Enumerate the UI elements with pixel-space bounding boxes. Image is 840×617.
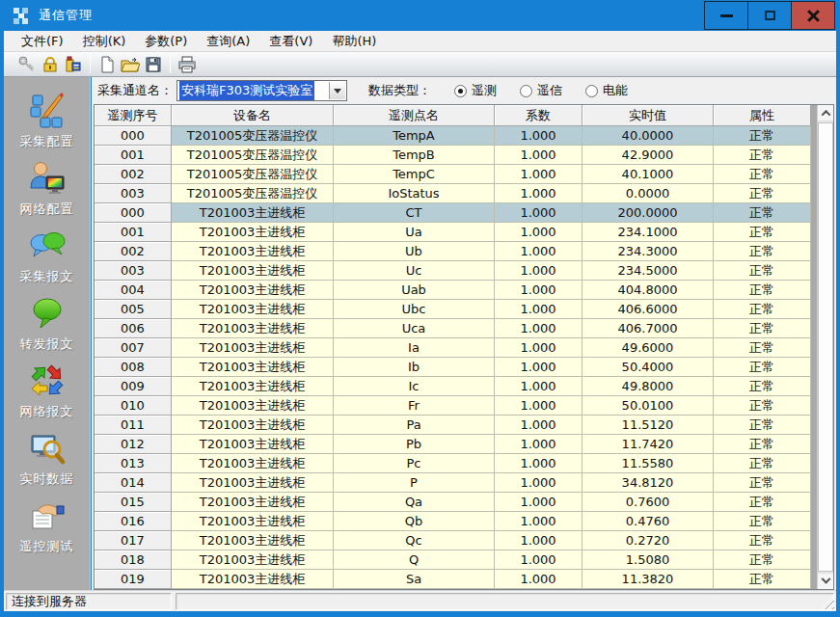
table-row[interactable]: 001T201005变压器温控仪TempB1.00042.9000正常 <box>95 146 811 165</box>
cell-attr[interactable]: 正常 <box>714 396 811 416</box>
channel-combobox[interactable]: 安科瑞F303测试实验室 <box>176 80 347 101</box>
table-row[interactable]: 002T201003主进线柜Ub1.000234.3000正常 <box>95 242 811 261</box>
cell-device[interactable]: T201005变压器温控仪 <box>172 126 334 146</box>
cell-coef[interactable]: 1.000 <box>495 242 583 261</box>
cell-device[interactable]: T201003主进线柜 <box>172 454 334 473</box>
cell-coef[interactable]: 1.000 <box>495 203 583 223</box>
table-row[interactable]: 007T201003主进线柜Ia1.00049.6000正常 <box>95 338 811 358</box>
cell-value[interactable]: 1.5080 <box>583 550 714 570</box>
lock-icon[interactable] <box>39 54 62 75</box>
cell-point[interactable]: Qa <box>334 493 495 512</box>
maximize-button[interactable] <box>747 1 792 30</box>
cell-point[interactable]: Uca <box>334 319 495 338</box>
cell-coef[interactable]: 1.000 <box>495 493 583 512</box>
minimize-button[interactable] <box>704 1 748 30</box>
cell-coef[interactable]: 1.000 <box>495 126 583 146</box>
table-row[interactable]: 000T201005变压器温控仪TempA1.00040.0000正常 <box>95 126 811 146</box>
table-row[interactable]: 003T201003主进线柜Uc1.000234.5000正常 <box>95 261 811 281</box>
sidebar-item-remote-test[interactable]: 遥控测试 <box>6 492 89 559</box>
cell-point[interactable]: Ubc <box>334 300 495 319</box>
cell-coef[interactable]: 1.000 <box>495 146 583 165</box>
cell-coef[interactable]: 1.000 <box>495 416 583 435</box>
open-folder-icon[interactable] <box>119 54 142 75</box>
cell-value[interactable]: 0.4760 <box>583 512 714 531</box>
cell-device[interactable]: T201003主进线柜 <box>172 281 334 300</box>
cell-attr[interactable]: 正常 <box>714 184 811 203</box>
cell-device[interactable]: T201003主进线柜 <box>172 416 334 435</box>
sidebar-item-network-packet[interactable]: 网络报文 <box>6 357 89 424</box>
cell-value[interactable]: 404.8000 <box>583 281 714 300</box>
cell-coef[interactable]: 1.000 <box>495 531 583 550</box>
sidebar-item-network-config[interactable]: 网络配置 <box>6 154 89 222</box>
cell-device[interactable]: T201005变压器温控仪 <box>172 165 334 184</box>
cell-attr[interactable]: 正常 <box>714 473 811 493</box>
cell-device[interactable]: T201003主进线柜 <box>172 512 334 531</box>
table-row[interactable]: 003T201005变压器温控仪IoStatus1.0000.0000正常 <box>95 184 811 203</box>
cell-point[interactable]: TempA <box>334 126 495 146</box>
cell-seq[interactable]: 002 <box>95 242 172 261</box>
cell-attr[interactable]: 正常 <box>714 570 811 589</box>
cell-seq[interactable]: 012 <box>95 435 172 454</box>
cell-value[interactable]: 50.0100 <box>583 396 714 416</box>
cell-attr[interactable]: 正常 <box>714 223 811 242</box>
cell-attr[interactable]: 正常 <box>714 242 811 261</box>
column-header-coef[interactable]: 系数 <box>495 105 583 126</box>
cell-coef[interactable]: 1.000 <box>495 435 583 454</box>
cell-device[interactable]: T201003主进线柜 <box>172 377 334 396</box>
radio-option-0[interactable]: 遥测 <box>454 82 497 99</box>
table-row[interactable]: 016T201003主进线柜Qb1.0000.4760正常 <box>95 512 811 531</box>
cell-attr[interactable]: 正常 <box>714 165 811 184</box>
menu-item-4[interactable]: 查看(V) <box>259 31 322 52</box>
cell-seq[interactable]: 004 <box>95 281 172 300</box>
close-button[interactable] <box>791 1 835 30</box>
cell-value[interactable]: 406.7000 <box>583 319 714 338</box>
menu-item-2[interactable]: 参数(P) <box>135 31 197 52</box>
cell-seq[interactable]: 003 <box>95 261 172 281</box>
cell-seq[interactable]: 008 <box>95 358 172 377</box>
cell-value[interactable]: 40.0000 <box>583 126 714 146</box>
cell-point[interactable]: Q <box>334 550 495 570</box>
cell-point[interactable]: CT <box>334 203 495 223</box>
cell-coef[interactable]: 1.000 <box>495 165 583 184</box>
cell-device[interactable]: T201003主进线柜 <box>172 338 334 358</box>
cell-coef[interactable]: 1.000 <box>495 473 583 493</box>
cell-coef[interactable]: 1.000 <box>495 512 583 531</box>
cell-coef[interactable]: 1.000 <box>495 550 583 570</box>
radio-option-2[interactable]: 电能 <box>585 82 628 99</box>
cell-attr[interactable]: 正常 <box>714 493 811 512</box>
cell-seq[interactable]: 009 <box>95 377 172 396</box>
table-row[interactable]: 000T201003主进线柜CT1.000200.0000正常 <box>95 203 811 223</box>
cell-value[interactable]: 40.1000 <box>583 165 714 184</box>
cell-attr[interactable]: 正常 <box>714 281 811 300</box>
cell-coef[interactable]: 1.000 <box>495 184 583 203</box>
cell-seq[interactable]: 017 <box>95 531 172 550</box>
cell-coef[interactable]: 1.000 <box>495 396 583 416</box>
save-icon[interactable] <box>142 54 165 75</box>
cell-coef[interactable]: 1.000 <box>495 300 583 319</box>
cell-value[interactable]: 406.6000 <box>583 300 714 319</box>
cell-attr[interactable]: 正常 <box>714 512 811 531</box>
cell-attr[interactable]: 正常 <box>714 261 811 281</box>
cell-point[interactable]: Qb <box>334 512 495 531</box>
table-row[interactable]: 002T201005变压器温控仪TempC1.00040.1000正常 <box>95 165 811 184</box>
cell-seq[interactable]: 011 <box>95 416 172 435</box>
cell-value[interactable]: 49.8000 <box>583 377 714 396</box>
combobox-dropdown-button[interactable] <box>329 82 345 99</box>
cell-seq[interactable]: 007 <box>95 338 172 358</box>
table-row[interactable]: 013T201003主进线柜Pc1.00011.5580正常 <box>95 454 811 473</box>
cell-value[interactable]: 11.5580 <box>583 454 714 473</box>
cell-device[interactable]: T201003主进线柜 <box>172 261 334 281</box>
cell-attr[interactable]: 正常 <box>714 435 811 454</box>
cell-attr[interactable]: 正常 <box>714 358 811 377</box>
cell-value[interactable]: 11.7420 <box>583 435 714 454</box>
cell-coef[interactable]: 1.000 <box>495 358 583 377</box>
sidebar-item-realtime-data[interactable]: 实时数据 <box>6 424 89 492</box>
cell-point[interactable]: Ub <box>334 242 495 261</box>
radio-option-1[interactable]: 遥信 <box>520 82 562 99</box>
sidebar-item-collect-config[interactable]: 采集配置 <box>6 87 89 154</box>
column-header-point[interactable]: 遥测点名 <box>334 105 495 126</box>
cell-point[interactable]: Pb <box>334 435 495 454</box>
table-row[interactable]: 019T201003主进线柜Sa1.00011.3820正常 <box>95 570 811 589</box>
cell-device[interactable]: T201003主进线柜 <box>172 358 334 377</box>
cell-point[interactable]: Qc <box>334 531 495 550</box>
